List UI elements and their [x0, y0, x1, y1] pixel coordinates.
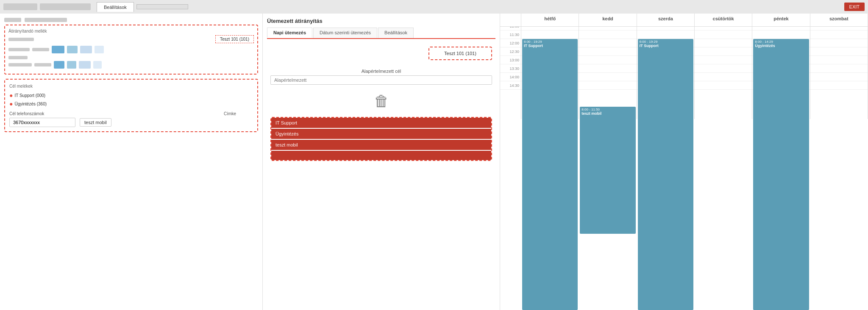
tab-placeholder2[interactable]	[136, 4, 188, 9]
tab-napi-utemezés[interactable]: Napi ütemezés	[267, 28, 312, 38]
cel-items-list: ● IT Support (000) ● Ügyintézés (360)	[9, 92, 253, 107]
day-col-3	[695, 27, 752, 119]
time-slot-28: 14:00	[500, 73, 521, 81]
teszt-box-label: Teszt 101 (101)	[444, 51, 476, 56]
day-slot-1-22	[579, 27, 636, 30]
cel-item-dot-1: ●	[9, 100, 13, 107]
calendar-panel: hétfő kedd szerda csütörtök péntek szomb…	[500, 14, 868, 310]
cal-day-szombat: szombat	[810, 14, 868, 26]
day-slot-2-23	[637, 30, 694, 39]
day-slot-1-29	[579, 81, 636, 90]
placeholder-bar-7	[34, 63, 51, 66]
day-slot-0-23	[521, 30, 579, 39]
tab-beallitasok[interactable]: Beállítások	[97, 2, 134, 12]
cel-mellekek-section: Cél melékek ● IT Support (000) ● Ügyinté…	[4, 79, 258, 132]
time-slot-25: 12:30	[500, 47, 521, 56]
cal-event-0[interactable]: 6:00 - 19:29IT Support	[522, 39, 578, 310]
day-slot-3-23	[695, 30, 752, 39]
day-slot-5-29	[810, 81, 868, 90]
day-slot-1-26	[579, 56, 636, 64]
cel-mellekek-label: Cél melékek	[9, 84, 253, 89]
dropdown-item-2[interactable]: teszt mobil	[271, 140, 491, 150]
cal-day-hétfő: hétfő	[521, 14, 579, 26]
time-slot-26: 13:00	[500, 56, 521, 64]
phone-row: teszt mobil	[9, 118, 253, 127]
dropdown-list: IT Support Ügyintézés teszt mobil	[270, 117, 492, 161]
day-col-5	[810, 27, 868, 119]
cal-event-2[interactable]: 6:00 - 19:29IT Support	[638, 39, 693, 310]
time-slot-22: 11:00	[500, 27, 521, 30]
day-slot-3-29	[695, 81, 752, 90]
colored-block-3	[80, 46, 92, 53]
day-slot-2-22	[637, 27, 694, 30]
day-slot-1-28	[579, 73, 636, 81]
cal-time-header	[500, 14, 521, 26]
colored-block-2	[67, 46, 78, 53]
cel-item-0: ● IT Support (000)	[9, 92, 253, 99]
cimke-label: Címke	[224, 111, 236, 116]
dropdown-item-3[interactable]	[271, 151, 491, 160]
cel-item-label-1: Ügyintézés (360)	[14, 102, 47, 106]
day-slot-4-22	[752, 27, 810, 30]
cal-event-1[interactable]: 8:00 - 11:50teszt mobil	[580, 107, 635, 234]
colored-block-7	[79, 61, 91, 69]
time-slot-27: 13:30	[500, 64, 521, 73]
trash-icon[interactable]: 🗑	[374, 92, 389, 110]
colored-block-1	[52, 46, 64, 53]
colored-block-5	[54, 61, 64, 69]
day-columns: 6:00 - 19:29IT Support8:00 - 11:50teszt …	[521, 27, 868, 119]
day-slot-5-25	[810, 47, 868, 56]
placeholder-bar-6	[8, 63, 32, 66]
day-slot-1-24	[579, 39, 636, 47]
colored-block-6	[67, 61, 76, 69]
colored-block-8	[93, 61, 102, 69]
placeholder-bar-5	[8, 56, 28, 59]
tab-beallitasok-modal[interactable]: Beállítások	[378, 28, 414, 38]
alapertelmezett-input[interactable]	[270, 75, 492, 85]
atiranyitando-label: Átirányítandó mellék	[8, 29, 254, 33]
day-slot-1-27	[579, 64, 636, 73]
dropdown-item-1[interactable]: Ügyintézés	[271, 129, 491, 139]
calendar-body: 00:0000:3001:0001:3002:0002:3003:0003:30…	[500, 27, 868, 310]
placeholder-bar-3	[8, 48, 30, 51]
teszt-label-box: Teszt 101 (101)	[215, 35, 254, 43]
left-panel: Átirányítandó mellék Teszt 101 (101)	[0, 14, 263, 310]
time-column: 00:0000:3001:0001:3002:0002:3003:0003:30…	[500, 27, 521, 119]
time-slot-29: 14:30	[500, 81, 521, 90]
placeholder-bar-1	[4, 18, 21, 22]
day-slot-1-23	[579, 30, 636, 39]
day-slot-5-28	[810, 73, 868, 81]
placeholder-bar-4	[32, 48, 49, 51]
placeholder-row-1	[8, 38, 34, 41]
middle-panel: Ütemezett átirányítás Napi ütemezés Dátu…	[263, 14, 500, 310]
day-slot-3-24	[695, 39, 752, 47]
cimke-tag: teszt mobil	[80, 118, 111, 127]
placeholder-bar-2	[25, 18, 67, 22]
calendar-header: hétfő kedd szerda csütörtök péntek szomb…	[500, 14, 868, 27]
cal-event-4[interactable]: 8:00 - 14:29Ügyintézés	[753, 39, 809, 310]
day-col-4: 8:00 - 14:29Ügyintézés	[752, 27, 810, 119]
day-slot-5-27	[810, 64, 868, 73]
time-slot-23: 11:30	[500, 30, 521, 39]
day-slot-1-25	[579, 47, 636, 56]
phone-input[interactable]	[9, 118, 75, 127]
alapertelmezett-cel-label: Alapértelmezett cél	[270, 69, 492, 74]
colored-block-4	[95, 46, 104, 53]
day-col-2: 6:00 - 19:29IT Support	[637, 27, 695, 119]
day-slot-3-26	[695, 56, 752, 64]
day-slot-3-25	[695, 47, 752, 56]
day-col-1: 8:00 - 11:50teszt mobil	[579, 27, 637, 119]
dropdown-item-0[interactable]: IT Support	[271, 118, 491, 128]
exit-button[interactable]: EXIT	[844, 3, 865, 11]
app-subtitle-placeholder	[40, 3, 91, 10]
tab-datum-szerinti[interactable]: Dátum szerinti ütemezés	[313, 28, 377, 38]
day-col-0: 6:00 - 19:29IT Support	[521, 27, 579, 119]
day-slot-4-23	[752, 30, 810, 39]
day-slot-0-22	[521, 27, 579, 30]
cel-item-1: ● Ügyintézés (360)	[9, 100, 253, 107]
day-slot-5-23	[810, 30, 868, 39]
center-area: Teszt 101 (101) Alapértelmezett cél 🗑 IT…	[267, 43, 495, 164]
cal-day-kedd: kedd	[579, 14, 637, 26]
day-slot-5-26	[810, 56, 868, 64]
cel-telefonszamok-label: Cél telefonszámok	[9, 111, 44, 116]
